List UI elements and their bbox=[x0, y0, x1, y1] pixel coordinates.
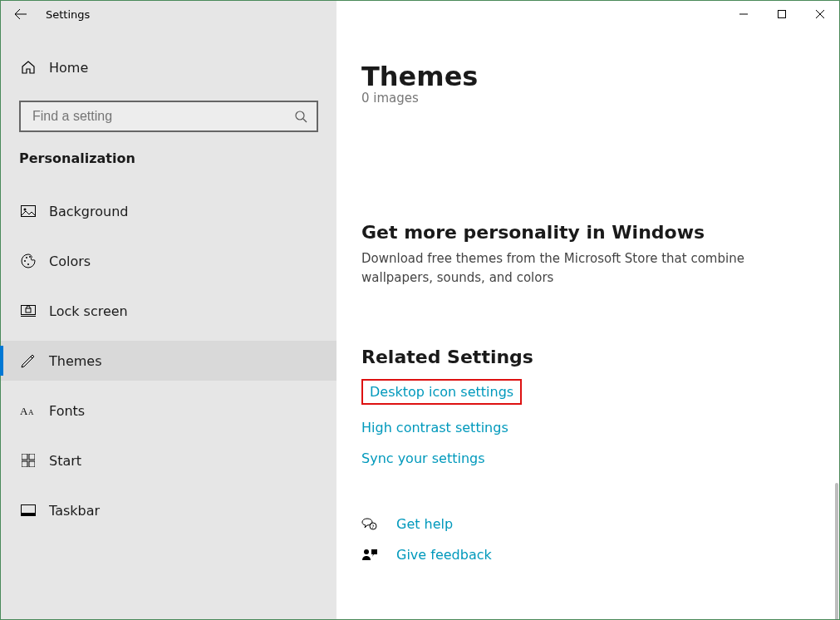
svg-rect-12 bbox=[22, 454, 27, 460]
related-settings-title: Related Settings bbox=[361, 347, 814, 367]
images-count: 0 images bbox=[361, 91, 814, 106]
fonts-icon: AA bbox=[19, 404, 37, 417]
close-button[interactable] bbox=[801, 1, 839, 27]
sidebar-item-label: Background bbox=[49, 204, 128, 219]
sidebar-item-label: Colors bbox=[49, 253, 91, 269]
sidebar-nav: Background Colors Lock screen bbox=[1, 191, 336, 540]
svg-point-1 bbox=[296, 111, 304, 120]
svg-point-4 bbox=[24, 260, 26, 262]
svg-rect-9 bbox=[26, 308, 31, 312]
home-label: Home bbox=[49, 60, 88, 76]
sidebar-item-themes[interactable]: Themes bbox=[1, 341, 336, 381]
get-help-row: ? Get help bbox=[361, 516, 814, 532]
search-field[interactable] bbox=[31, 108, 293, 125]
feedback-icon bbox=[361, 548, 378, 563]
sidebar-item-label: Start bbox=[49, 453, 81, 469]
search-icon bbox=[293, 110, 308, 123]
minimize-icon bbox=[739, 10, 748, 18]
svg-point-6 bbox=[29, 256, 31, 258]
svg-rect-13 bbox=[29, 454, 35, 460]
titlebar: Settings bbox=[1, 1, 839, 27]
sidebar-item-label: Lock screen bbox=[49, 303, 128, 319]
picture-icon bbox=[19, 205, 37, 217]
page-title: Themes bbox=[361, 61, 814, 92]
give-feedback-link[interactable]: Give feedback bbox=[396, 547, 492, 563]
sidebar-item-label: Taskbar bbox=[49, 503, 100, 519]
sidebar-item-lock-screen[interactable]: Lock screen bbox=[1, 291, 336, 331]
sidebar-item-label: Themes bbox=[49, 353, 102, 369]
taskbar-icon bbox=[19, 504, 37, 516]
maximize-icon bbox=[778, 10, 786, 18]
svg-rect-15 bbox=[29, 461, 35, 467]
start-icon bbox=[19, 454, 37, 467]
svg-rect-0 bbox=[779, 11, 786, 18]
content-area: Themes 0 images Get more personality in … bbox=[336, 27, 839, 619]
highlighted-link: Desktop icon settings bbox=[361, 379, 522, 405]
sidebar: Home Personalization Background bbox=[1, 27, 336, 619]
home-button[interactable]: Home bbox=[1, 51, 336, 84]
back-button[interactable] bbox=[1, 1, 41, 27]
sidebar-item-taskbar[interactable]: Taskbar bbox=[1, 490, 336, 530]
svg-point-7 bbox=[27, 263, 29, 265]
get-help-link[interactable]: Get help bbox=[396, 516, 453, 532]
sync-settings-link[interactable]: Sync your settings bbox=[361, 450, 485, 466]
svg-rect-17 bbox=[22, 513, 36, 516]
sidebar-item-label: Fonts bbox=[49, 403, 85, 419]
svg-point-5 bbox=[26, 257, 27, 258]
themes-icon bbox=[19, 353, 37, 368]
svg-rect-14 bbox=[22, 461, 27, 467]
svg-rect-2 bbox=[22, 206, 36, 217]
sidebar-item-colors[interactable]: Colors bbox=[1, 241, 336, 281]
help-icon: ? bbox=[361, 517, 378, 532]
back-arrow-icon bbox=[14, 7, 27, 21]
desktop-icon-settings-link[interactable]: Desktop icon settings bbox=[370, 384, 513, 400]
settings-window: Settings Home bbox=[0, 0, 840, 620]
sidebar-item-background[interactable]: Background bbox=[1, 191, 336, 231]
scrollbar[interactable] bbox=[835, 483, 838, 619]
svg-text:A: A bbox=[20, 405, 28, 417]
svg-rect-8 bbox=[22, 306, 36, 315]
svg-text:A: A bbox=[28, 408, 34, 416]
maximize-button[interactable] bbox=[763, 1, 801, 27]
home-icon bbox=[19, 60, 37, 75]
give-feedback-row: Give feedback bbox=[361, 547, 814, 563]
svg-point-3 bbox=[24, 209, 27, 211]
minimize-button[interactable] bbox=[725, 1, 763, 27]
svg-text:?: ? bbox=[371, 523, 374, 529]
sidebar-item-start[interactable]: Start bbox=[1, 440, 336, 480]
lock-screen-icon bbox=[19, 305, 37, 317]
section-label: Personalization bbox=[1, 150, 336, 166]
sidebar-item-fonts[interactable]: AA Fonts bbox=[1, 391, 336, 431]
search-input[interactable] bbox=[19, 101, 318, 132]
store-section-desc: Download free themes from the Microsoft … bbox=[361, 249, 793, 287]
window-title: Settings bbox=[41, 8, 90, 21]
palette-icon bbox=[19, 253, 37, 268]
close-icon bbox=[816, 10, 824, 18]
high-contrast-settings-link[interactable]: High contrast settings bbox=[361, 420, 508, 435]
store-section-title: Get more personality in Windows bbox=[361, 222, 814, 243]
svg-point-20 bbox=[364, 549, 369, 554]
